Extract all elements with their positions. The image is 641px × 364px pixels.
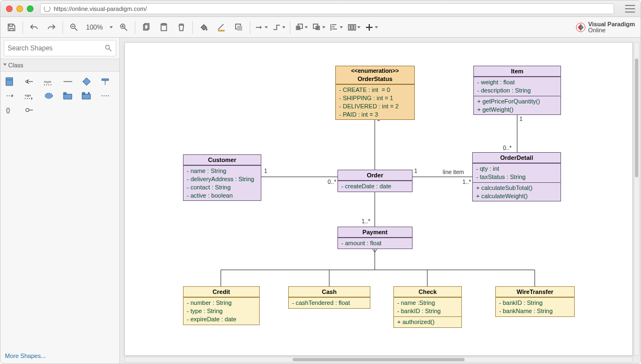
note-icon[interactable] [100, 77, 111, 86]
align-icon[interactable] [330, 21, 343, 34]
app-window: https://online.visual-paradigm.com/ 100% [0, 0, 641, 364]
svg-rect-20 [102, 79, 108, 80]
abstraction-icon[interactable]: «a» [24, 91, 35, 100]
sidebar: Class «u» «a» {} More Shapes... [1, 38, 120, 363]
svg-rect-13 [351, 25, 353, 30]
shape-search[interactable] [4, 40, 116, 56]
zoom-out-icon[interactable] [67, 21, 81, 34]
menu-icon[interactable] [625, 5, 635, 13]
canvas-area: 1 0..* 1 1 line item 1..* 0..* 1 1..* <<… [120, 38, 640, 363]
svg-text:«a»: «a» [25, 94, 31, 97]
fill-icon[interactable] [197, 21, 210, 34]
association-icon[interactable] [62, 77, 73, 86]
undo-icon[interactable] [27, 21, 41, 34]
association-dashed-icon[interactable] [100, 91, 111, 100]
vertical-scrollbar[interactable] [634, 42, 639, 356]
horizontal-scrollbar[interactable] [124, 357, 633, 362]
class-credit[interactable]: Credit - number : String - type : String… [183, 286, 260, 325]
svg-point-25 [26, 108, 29, 112]
window-controls [6, 5, 33, 12]
toolbar: 100% Visual Paradigm Online [1, 17, 640, 38]
class-order[interactable]: Order - createDate : date [337, 170, 413, 192]
redo-icon[interactable] [45, 21, 58, 34]
reload-icon[interactable] [44, 5, 50, 12]
mult-payment: 1..* [362, 218, 370, 224]
svg-rect-17 [6, 78, 13, 85]
mult-customer: 1 [264, 167, 267, 174]
paste-icon[interactable] [157, 21, 170, 34]
stroke-icon[interactable] [215, 21, 228, 34]
class-customer[interactable]: Customer - name : String - deliveryAddre… [183, 154, 261, 201]
palette-section-class[interactable]: Class [1, 59, 119, 72]
interface-icon[interactable] [81, 77, 92, 86]
mult-order-left: 0..* [328, 178, 336, 185]
to-back-icon[interactable] [312, 21, 325, 34]
add-icon[interactable] [365, 21, 378, 34]
assoc-lineitem: line item [443, 169, 464, 175]
svg-point-23 [45, 93, 53, 99]
svg-text:«u»: «u» [44, 79, 51, 84]
usage-icon[interactable]: «u» [43, 77, 54, 86]
mult-order-right: 1 [414, 167, 417, 174]
port-icon[interactable] [24, 106, 35, 114]
diagram-canvas[interactable]: 1 0..* 1 1 line item 1..* 0..* 1 1..* <<… [124, 42, 633, 356]
svg-rect-12 [348, 25, 350, 30]
titlebar: https://online.visual-paradigm.com/ [1, 1, 640, 17]
zoom-level[interactable]: 100% [85, 24, 104, 31]
url-bar[interactable]: https://online.visual-paradigm.com/ [40, 3, 614, 14]
brand-line1: Visual Paradigm [588, 21, 635, 27]
copy-icon[interactable] [140, 21, 153, 34]
more-shapes-link[interactable]: More Shapes... [1, 348, 119, 363]
distribute-icon[interactable] [347, 21, 360, 34]
constraint-icon[interactable]: {} [5, 106, 16, 114]
mult-detail-top: 0..* [503, 145, 512, 151]
search-input[interactable] [8, 44, 105, 52]
svg-text:{}: {} [6, 107, 10, 113]
url-text: https://online.visual-paradigm.com/ [54, 5, 147, 12]
collaboration-icon[interactable] [43, 91, 54, 100]
svg-rect-14 [354, 25, 356, 30]
brand-line2: Online [588, 27, 635, 33]
class-orderdetail[interactable]: OrderDetail - qty : int - taxStatus : St… [472, 152, 561, 201]
class-orderstatus[interactable]: <<enumeration>> OrderStatus - CREATE : i… [335, 66, 415, 120]
to-front-icon[interactable] [295, 21, 308, 34]
svg-rect-7 [237, 26, 242, 31]
close-icon[interactable] [6, 5, 13, 12]
package-icon[interactable] [62, 91, 73, 100]
class-item[interactable]: Item - weight : float - description : St… [473, 66, 561, 115]
save-icon[interactable] [5, 21, 18, 34]
maximize-icon[interactable] [27, 5, 33, 12]
class-shape-icon[interactable] [5, 77, 16, 86]
delete-icon[interactable] [175, 21, 188, 34]
zoom-in-icon[interactable] [117, 21, 130, 34]
shape-palette: «u» «a» {} [1, 72, 119, 120]
generalization-icon[interactable] [24, 77, 35, 86]
connector-straight-icon[interactable] [255, 21, 268, 34]
class-wiretransfer[interactable]: WireTransfer - bankID : String - bankNam… [495, 286, 575, 317]
minimize-icon[interactable] [16, 5, 23, 12]
model-icon[interactable] [81, 91, 92, 100]
shadow-icon[interactable] [232, 21, 245, 34]
class-cash[interactable]: Cash - cashTendered : float [288, 286, 370, 309]
dependency-icon[interactable] [5, 91, 16, 100]
class-check[interactable]: Check - name :String - bankID : String +… [393, 286, 462, 328]
mult-orderdetail: 1..* [462, 178, 471, 185]
brand-logo: Visual Paradigm Online [576, 21, 635, 33]
class-payment[interactable]: Payment - amount : float [337, 227, 413, 249]
mult-item: 1 [519, 115, 523, 122]
svg-point-16 [106, 45, 110, 49]
search-icon [105, 44, 112, 52]
connector-orthogonal-icon[interactable] [272, 21, 285, 34]
